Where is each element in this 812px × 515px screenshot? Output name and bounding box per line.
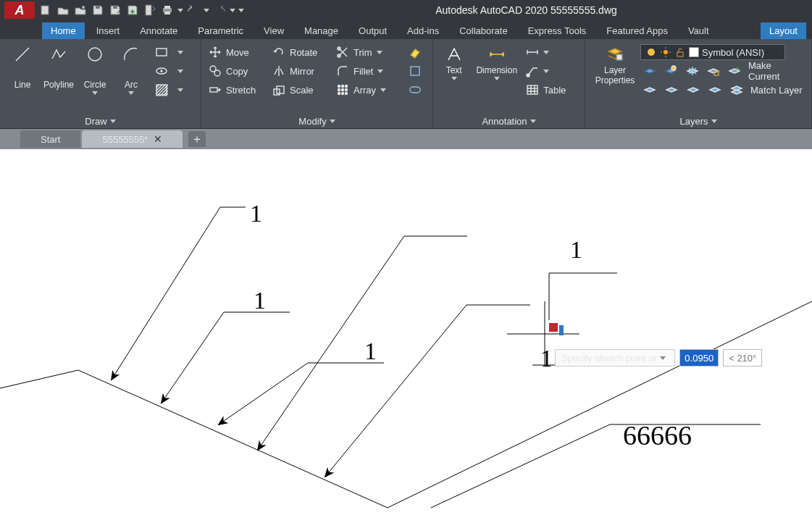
drawing-canvas[interactable]: 1 1 1 1 1 66666 Specify stretch point or…: [0, 149, 812, 515]
layfrz-button[interactable]: [683, 62, 701, 80]
trim-button[interactable]: Trim: [333, 43, 406, 61]
move-button[interactable]: Move: [206, 43, 269, 61]
qat-save-icon[interactable]: [90, 2, 106, 18]
svg-rect-4: [146, 5, 151, 15]
qat-plot-icon[interactable]: [142, 2, 158, 18]
panel-annotation-title[interactable]: Annotation: [433, 114, 585, 128]
tab-featuredapps[interactable]: Featured Apps: [598, 22, 677, 39]
panel-modify-title[interactable]: Modify: [201, 114, 432, 128]
leader-button[interactable]: [523, 62, 580, 80]
panel-layers-title-label: Layers: [679, 116, 708, 127]
fillet-button[interactable]: Fillet: [333, 62, 406, 80]
table-button[interactable]: Table: [523, 81, 580, 99]
qat-open-icon[interactable]: [55, 2, 71, 18]
tab-annotate[interactable]: Annotate: [131, 22, 186, 39]
layoff-button[interactable]: [640, 62, 658, 80]
layulk-button[interactable]: [706, 81, 724, 99]
qat-undo-dropdown[interactable]: [203, 9, 210, 12]
polyline-button[interactable]: Polyline: [41, 42, 77, 114]
layon-button[interactable]: [640, 81, 659, 99]
svg-point-24: [338, 89, 340, 91]
qat-new-icon[interactable]: [38, 2, 54, 18]
rectangle-button[interactable]: [152, 43, 171, 61]
qat-saveas-icon[interactable]: [107, 2, 123, 18]
linear-dim-button[interactable]: [523, 43, 580, 61]
tab-manage[interactable]: Manage: [296, 22, 347, 39]
table-label: Table: [543, 85, 566, 96]
tab-parametric[interactable]: Parametric: [189, 22, 252, 39]
laylck-button[interactable]: [704, 62, 722, 80]
panel-layers-title[interactable]: Layers: [585, 114, 811, 128]
circle-button[interactable]: Circle: [77, 42, 113, 114]
tab-layout[interactable]: Layout: [761, 22, 806, 39]
layer-combo[interactable]: Symbol (ANSI): [640, 44, 785, 60]
lock-open-icon: [674, 46, 686, 58]
layer-properties-button[interactable]: Layer Properties: [590, 42, 640, 114]
qat-open-cloud-icon[interactable]: [72, 2, 88, 18]
match-layer-label[interactable]: Match Layer: [750, 85, 803, 96]
move-label: Move: [226, 47, 249, 58]
panel-annotation-title-label: Annotation: [482, 116, 527, 127]
autocad-app-badge[interactable]: A: [4, 1, 35, 19]
leader-label-5: 1: [540, 345, 553, 372]
ellipse-button[interactable]: [152, 62, 171, 80]
qat-customize-dropdown[interactable]: [238, 9, 245, 12]
tab-expresstools[interactable]: Express Tools: [519, 22, 595, 39]
matchlayer-icon[interactable]: [727, 81, 746, 99]
qat-print-dropdown[interactable]: [177, 9, 184, 12]
draw-drop1[interactable]: [171, 43, 190, 61]
tab-collaborate[interactable]: Collaborate: [451, 22, 516, 39]
copy-button[interactable]: Copy: [206, 62, 269, 80]
mirror-button[interactable]: Mirror: [269, 62, 333, 80]
stretch-button[interactable]: Stretch: [206, 81, 269, 99]
tab-vault[interactable]: Vault: [679, 22, 718, 39]
grip-marker[interactable]: [549, 323, 558, 332]
scale-button[interactable]: Scale: [269, 81, 333, 99]
laymcur-icon[interactable]: [726, 62, 744, 80]
explode-button[interactable]: [406, 62, 424, 80]
file-tab-document-label: 55555555*: [102, 134, 148, 145]
line-button[interactable]: Line: [4, 42, 41, 114]
laythw-button[interactable]: [684, 81, 703, 99]
svg-rect-31: [410, 87, 420, 93]
svg-point-22: [342, 85, 344, 88]
file-tab-close-icon[interactable]: ✕: [154, 133, 162, 145]
hatch-button[interactable]: [152, 81, 171, 99]
copy-label: Copy: [226, 66, 248, 77]
make-current-label[interactable]: Make Current: [748, 60, 804, 82]
draw-drop3[interactable]: [171, 81, 190, 99]
dynamic-input-options-dropdown[interactable]: [657, 350, 669, 366]
qat-redo-icon[interactable]: [212, 2, 227, 18]
erase-button[interactable]: [406, 43, 424, 61]
qat-print-icon[interactable]: [159, 2, 175, 18]
tab-addins[interactable]: Add-ins: [398, 22, 448, 39]
text-button[interactable]: Text: [438, 42, 470, 114]
qat-savecloud-icon[interactable]: [125, 2, 141, 18]
svg-point-9: [88, 48, 101, 61]
rotate-button[interactable]: Rotate: [269, 43, 333, 61]
file-tab-start[interactable]: Start: [20, 130, 80, 148]
svg-rect-34: [616, 54, 622, 60]
draw-drop2[interactable]: [171, 62, 190, 80]
tab-view[interactable]: View: [255, 22, 293, 39]
tab-insert[interactable]: Insert: [88, 22, 129, 39]
arc-dropdown-icon: [128, 91, 134, 95]
dynamic-input-angle[interactable]: < 210°: [723, 349, 762, 367]
svg-rect-6: [164, 6, 170, 9]
arc-button[interactable]: Arc: [113, 42, 149, 114]
file-tab-document[interactable]: 55555555* ✕: [82, 130, 183, 148]
tab-home[interactable]: Home: [42, 22, 85, 39]
array-button[interactable]: Array: [333, 81, 406, 99]
dimension-button[interactable]: Dimension: [470, 42, 523, 114]
panel-draw-title[interactable]: Draw: [0, 114, 201, 128]
layiso-button[interactable]: [661, 62, 679, 80]
offset-button[interactable]: [406, 81, 424, 99]
layuniso-button[interactable]: [662, 81, 681, 99]
dimension-icon: [487, 45, 507, 64]
dynamic-input-distance[interactable]: 0.0950: [679, 349, 719, 367]
qat-redo-dropdown[interactable]: [229, 9, 236, 12]
tab-output[interactable]: Output: [350, 22, 395, 39]
svg-point-42: [671, 66, 676, 70]
new-file-tab-button[interactable]: ＋: [188, 131, 206, 147]
qat-undo-icon[interactable]: [185, 2, 201, 18]
